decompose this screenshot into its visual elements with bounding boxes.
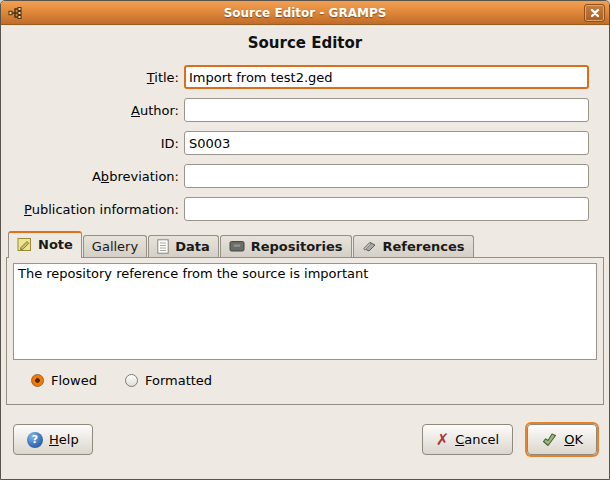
tab-note[interactable]: Note (8, 231, 82, 258)
mnemonic: P (24, 202, 32, 217)
id-row: ID: (7, 131, 589, 155)
label-part: uthor: (140, 103, 179, 118)
publication-label: Publication information: (7, 202, 179, 217)
help-button-label: Help (49, 432, 79, 447)
mnemonic: A (131, 103, 140, 118)
note-icon (17, 237, 32, 252)
notebook: Note Gallery Data (6, 230, 604, 405)
tab-references[interactable]: References (353, 235, 474, 257)
label-part: ID: (161, 136, 179, 151)
tab-note-label: Note (38, 237, 73, 252)
window-title: Source Editor - GRAMPS (1, 6, 609, 20)
close-button[interactable] (584, 4, 605, 22)
radio-flowed-label: Flowed (51, 373, 97, 388)
radio-formatted[interactable]: Formatted (125, 373, 212, 388)
ok-button[interactable]: OK (527, 424, 597, 455)
title-input[interactable] (184, 65, 589, 89)
data-icon (157, 239, 169, 254)
radio-formatted-label: Formatted (145, 373, 212, 388)
author-label: Author: (7, 103, 179, 118)
titlebar[interactable]: Source Editor - GRAMPS (1, 1, 609, 25)
tab-bar: Note Gallery Data (6, 230, 604, 257)
ok-button-label: OK (564, 432, 583, 447)
radio-flowed[interactable]: Flowed (31, 373, 97, 388)
tab-gallery-label: Gallery (92, 239, 138, 254)
tab-gallery[interactable]: Gallery (83, 235, 147, 257)
close-icon (590, 8, 600, 18)
abbreviation-row: Abbreviation: (7, 164, 589, 188)
repositories-icon (229, 240, 245, 252)
title-row: Title: (7, 65, 589, 89)
help-button[interactable]: ? Help (13, 424, 93, 455)
tab-data[interactable]: Data (148, 235, 219, 257)
label-part: ublication information: (32, 202, 179, 217)
help-icon: ? (27, 432, 43, 448)
source-editor-dialog: Source Editor - GRAMPS Source Editor Tit… (0, 0, 610, 480)
publication-row: Publication information: (7, 197, 589, 221)
cancel-icon: ✗ (436, 432, 449, 448)
dialog-heading: Source Editor (1, 34, 609, 52)
author-row: Author: (7, 98, 589, 122)
tab-repositories-label: Repositories (251, 239, 343, 254)
gramps-app-icon (7, 4, 25, 22)
label-part: A (92, 169, 101, 184)
cancel-button-label: Cancel (455, 432, 499, 447)
mnemonic: b (101, 169, 109, 184)
note-textarea[interactable]: The repository reference from the source… (13, 263, 597, 360)
tab-data-label: Data (175, 239, 210, 254)
id-input[interactable] (184, 131, 589, 155)
label-part: breviation: (109, 169, 179, 184)
tab-repositories[interactable]: Repositories (220, 235, 352, 257)
label-part: itle: (154, 70, 179, 85)
radio-formatted-circle[interactable] (125, 374, 138, 387)
abbreviation-input[interactable] (184, 164, 589, 188)
title-label: Title: (7, 70, 179, 85)
radio-flowed-circle[interactable] (31, 374, 44, 387)
note-tab-panel: The repository reference from the source… (6, 257, 604, 405)
abbreviation-label: Abbreviation: (7, 169, 179, 184)
id-label: ID: (7, 136, 179, 151)
author-input[interactable] (184, 98, 589, 122)
dialog-action-area: ? Help ✗ Cancel OK (13, 424, 597, 455)
publication-input[interactable] (184, 197, 589, 221)
references-icon (362, 240, 377, 253)
note-format-radios: Flowed Formatted (31, 373, 597, 388)
cancel-button[interactable]: ✗ Cancel (422, 424, 513, 455)
tab-references-label: References (383, 239, 465, 254)
ok-icon (541, 432, 558, 448)
